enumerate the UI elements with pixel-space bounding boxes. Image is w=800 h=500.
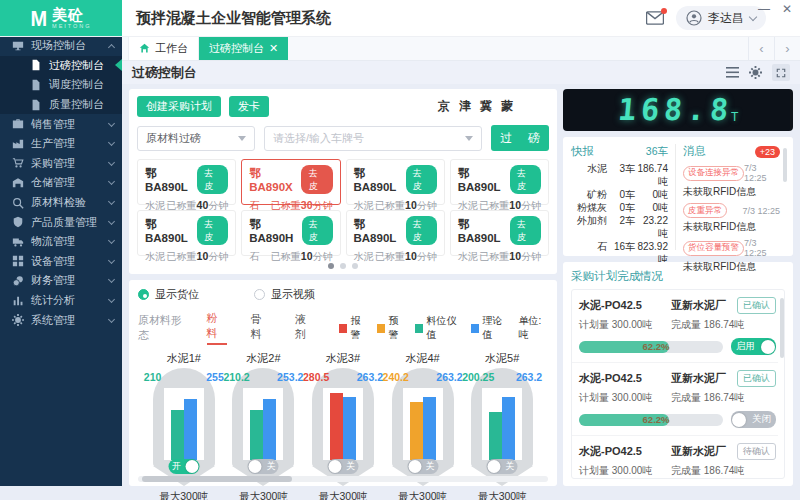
toggle-knob: [408, 460, 421, 473]
tab-close-icon[interactable]: ✕: [269, 42, 278, 55]
region-jing[interactable]: 京: [438, 98, 450, 115]
depile-button[interactable]: 去皮: [510, 165, 541, 194]
scrollbar-thumb[interactable]: [142, 476, 292, 482]
filter-liquid[interactable]: 液剂: [295, 312, 315, 344]
depile-button[interactable]: 去皮: [510, 216, 541, 245]
plate-number-select[interactable]: 请选择/输入车牌号: [264, 126, 482, 151]
depile-button[interactable]: 去皮: [301, 165, 332, 194]
sidebar-item-product-quality[interactable]: 产品质量管理: [0, 212, 122, 232]
silo-cement-3: 水泥3# 280.5263.2 关: [303, 351, 383, 471]
sidebar-item-system[interactable]: 系统管理: [0, 310, 122, 330]
region-meng[interactable]: 蒙: [501, 98, 513, 115]
mail-icon[interactable]: [646, 11, 664, 25]
chevron-down-icon: [108, 237, 115, 244]
sidebar-item-equipment[interactable]: 设备管理: [0, 252, 122, 272]
horizontal-scrollbar: [138, 476, 548, 482]
vertical-scrollbar[interactable]: [780, 298, 784, 358]
region-jin[interactable]: 津: [459, 98, 471, 115]
vehicle-card[interactable]: 鄂BA890L去皮 水泥已称重10分钟: [137, 210, 236, 256]
sidebar-item-sales[interactable]: 销售管理: [0, 114, 122, 134]
chevron-down-icon: [108, 296, 115, 303]
show-slots-radio[interactable]: 显示货位: [138, 287, 199, 302]
gear-icon: [12, 314, 24, 326]
legend: 报警 预警 料位仪值 理论值 单位:吨: [339, 314, 548, 342]
depile-button[interactable]: 去皮: [302, 216, 333, 245]
filter-powder[interactable]: 粉料: [207, 311, 227, 345]
sidebar-item-finance[interactable]: 财务管理: [0, 271, 122, 291]
silo-panel: 显示货位 显示视频 原材料形态 粉料 骨料 液剂 报警 预警 料位仪值: [129, 280, 557, 486]
list-view-icon[interactable]: [726, 67, 739, 78]
filter-aggregate[interactable]: 骨料: [251, 312, 271, 344]
silo-power-toggle[interactable]: 关: [487, 459, 518, 474]
vertical-scrollbar[interactable]: [783, 148, 787, 182]
shield-icon: [12, 216, 24, 228]
vehicle-card[interactable]: 鄂BA890H去皮 石已称重10分钟: [241, 210, 340, 256]
sidebar-item-weigh-console[interactable]: 过磅控制台: [0, 56, 122, 76]
level-bar: [171, 410, 184, 460]
weigh-button[interactable]: 过 磅: [491, 125, 549, 151]
message-item[interactable]: 设备连接异常7/3 12:25 未获取RFID信息: [683, 163, 780, 199]
document-icon: [30, 59, 42, 71]
tab-weigh-console[interactable]: 过磅控制台 ✕: [199, 36, 288, 60]
enable-toggle[interactable]: 启用: [731, 338, 776, 355]
create-purchase-plan-button[interactable]: 创建采购计划: [137, 96, 221, 117]
depile-button[interactable]: 去皮: [197, 216, 228, 245]
sidebar-item-procurement[interactable]: 采购管理: [0, 154, 122, 174]
bar-chart-icon: [12, 295, 24, 307]
region-ji[interactable]: 冀: [480, 98, 492, 115]
issue-card-button[interactable]: 发卡: [229, 96, 269, 117]
depile-button[interactable]: 去皮: [406, 165, 437, 194]
sidebar-item-warehouse[interactable]: 仓储管理: [0, 173, 122, 193]
minimize-button[interactable]: —: [758, 3, 770, 15]
silo-power-toggle[interactable]: 关: [248, 459, 279, 474]
silo-power-toggle[interactable]: 关: [327, 459, 358, 474]
purchase-card[interactable]: 水泥-PO42.5 亚新水泥厂 已确认 计划量 300.00吨 完成量 186.…: [572, 363, 778, 436]
message-item[interactable]: 货位容量预警7/3 12:25 未获取RFID信息: [683, 238, 780, 274]
sidebar-item-material-inspection[interactable]: 原材料检验: [0, 193, 122, 213]
vehicle-card[interactable]: 鄂BA890L去皮 水泥已称重10分钟: [346, 159, 445, 205]
vehicle-card[interactable]: 鄂BA890L去皮 水泥已称重40分钟: [137, 159, 236, 205]
purchase-card[interactable]: 水泥-PO42.5 亚新水泥厂 已确认 计划量 300.00吨 完成量 186.…: [572, 290, 778, 363]
sidebar-item-statistics[interactable]: 统计分析: [0, 291, 122, 311]
message-item[interactable]: 皮重异常7/3 12:25 未获取RFID信息: [683, 203, 780, 234]
chevron-down-icon: [108, 257, 115, 264]
silo-power-toggle[interactable]: 关: [407, 459, 438, 474]
app-header: M 美砼 MEITONG 预拌混凝土企业智能管理系统 李达昌 — ✕: [0, 0, 800, 36]
vehicle-card[interactable]: 鄂BA890L去皮 水泥已称重10分钟: [450, 210, 549, 256]
sidebar-item-logistics[interactable]: 物流管理: [0, 232, 122, 252]
vehicle-card-alert[interactable]: 鄂BA890X去皮 石已称重30分钟: [241, 159, 340, 205]
tab-scroll-right[interactable]: ›: [774, 36, 800, 60]
cart-icon: [12, 157, 24, 169]
carousel-dot[interactable]: [352, 263, 358, 269]
tab-workbench[interactable]: 工作台: [128, 36, 199, 60]
depile-button[interactable]: 去皮: [197, 165, 228, 194]
purchase-card[interactable]: 水泥-PO42.5 亚新水泥厂 待确认 计划量 300.00吨 完成量 186.…: [572, 436, 778, 479]
vehicle-card[interactable]: 鄂BA890L去皮 水泥已称重10分钟: [346, 210, 445, 256]
close-button[interactable]: ✕: [782, 3, 792, 15]
factory-icon: [12, 138, 24, 150]
carousel-dot-active[interactable]: [328, 263, 334, 269]
sidebar-item-dispatch-console[interactable]: 调度控制台: [0, 75, 122, 95]
user-name: 李达昌: [708, 10, 744, 27]
show-video-radio[interactable]: 显示视频: [254, 287, 315, 302]
vehicle-card[interactable]: 鄂BA890L去皮 水泥已称重10分钟: [450, 159, 549, 205]
fullscreen-icon[interactable]: [772, 64, 790, 81]
settings-gear-icon[interactable]: [749, 66, 762, 79]
sidebar-item-production[interactable]: 生产管理: [0, 134, 122, 154]
tab-bar: 工作台 过磅控制台 ✕ ‹ ›: [122, 36, 800, 61]
carousel-dot[interactable]: [340, 263, 346, 269]
material-type-select[interactable]: 原材料过磅: [137, 126, 255, 151]
quick-report: 快报 36车 水泥3车186.74吨 矿粉0车0吨 粉煤灰0车0吨 外加剂2车2…: [571, 144, 668, 250]
silo-power-toggle[interactable]: 开: [168, 459, 199, 474]
grid-icon: [12, 255, 24, 267]
depile-button[interactable]: 去皮: [406, 216, 437, 245]
status-badge: 已确认: [737, 370, 776, 387]
tab-scroll-left[interactable]: ‹: [748, 36, 774, 60]
close-toggle[interactable]: 关闭: [731, 411, 776, 428]
briefcase-icon: [12, 118, 24, 130]
logo-name: 美砼: [52, 7, 92, 22]
sidebar-item-site-console[interactable]: 现场控制台: [0, 36, 122, 56]
user-menu[interactable]: 李达昌: [676, 6, 766, 30]
sidebar-item-quality-console[interactable]: 质量控制台: [0, 95, 122, 115]
purchase-plan-panel: 采购计划完成情况 水泥-PO42.5 亚新水泥厂 已确认 计划量 3: [563, 262, 793, 486]
